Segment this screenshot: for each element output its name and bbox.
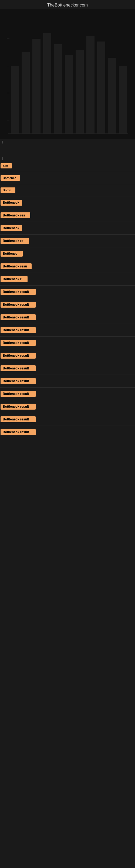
- bottleneck-label-16: Bottleneck result: [1, 352, 36, 359]
- svg-rect-13: [119, 66, 127, 134]
- bottleneck-label-20: Bottleneck result: [1, 404, 36, 410]
- bottleneck-item-11: Bottleneck result: [0, 287, 135, 297]
- bottleneck-item-19: Bottleneck result: [0, 389, 135, 399]
- bottleneck-label-5: Bottleneck res: [1, 212, 30, 218]
- bottleneck-item-10: Bottleneck r: [0, 274, 135, 284]
- bottleneck-label-15: Bottleneck result: [1, 340, 36, 346]
- bottleneck-item-18: Bottleneck result: [0, 376, 135, 386]
- svg-rect-12: [108, 58, 116, 134]
- svg-rect-10: [86, 36, 94, 134]
- bottleneck-label-6: Bottleneck: [1, 225, 22, 231]
- bottleneck-item-8: Bottlenec: [0, 248, 135, 259]
- bottleneck-item-15: Bottleneck result: [0, 338, 135, 348]
- bottleneck-label-13: Bottleneck result: [1, 314, 36, 320]
- bottleneck-item-12: Bottleneck result: [0, 300, 135, 310]
- bottleneck-label-22: Bottleneck result: [1, 429, 36, 435]
- bottleneck-item-22: Bottleneck result: [0, 427, 135, 437]
- bottleneck-label-7: Bottleneck re: [1, 238, 29, 244]
- bottleneck-label-17: Bottleneck result: [1, 365, 36, 371]
- bottleneck-item-4: Bottleneck: [0, 197, 135, 208]
- bottleneck-item-13: Bottleneck result: [0, 312, 135, 322]
- axis-indicator-bottom: |: [0, 155, 135, 161]
- bottleneck-list: Bott Bottlenec Bottle Bottleneck Bottlen…: [0, 161, 135, 437]
- axis-indicator-top: |: [0, 139, 135, 145]
- svg-rect-5: [32, 39, 41, 134]
- svg-rect-9: [76, 50, 84, 134]
- bottleneck-label-18: Bottleneck result: [1, 378, 36, 384]
- bottleneck-label-3: Bottle: [1, 187, 15, 193]
- svg-rect-7: [54, 44, 62, 134]
- bottleneck-label-11: Bottleneck result: [1, 289, 36, 295]
- svg-rect-3: [11, 66, 19, 134]
- bottleneck-item-17: Bottleneck result: [0, 363, 135, 373]
- site-title: TheBottlenecker.com: [0, 0, 135, 9]
- bottleneck-label-4: Bottleneck: [1, 199, 22, 206]
- bottleneck-item-9: Bottleneck resu: [0, 261, 135, 272]
- svg-rect-11: [97, 41, 105, 134]
- bottleneck-item-21: Bottleneck result: [0, 414, 135, 425]
- bottleneck-item-2: Bottlenec: [0, 173, 135, 183]
- svg-rect-8: [65, 55, 73, 134]
- bottleneck-item-6: Bottleneck: [0, 223, 135, 233]
- bottleneck-item-5: Bottleneck res: [0, 210, 135, 220]
- bottleneck-label-2: Bottlenec: [1, 175, 20, 181]
- bottleneck-label-10: Bottleneck r: [1, 276, 28, 282]
- chart-area: [0, 9, 135, 139]
- bottleneck-label-12: Bottleneck result: [1, 302, 36, 308]
- bottleneck-label-14: Bottleneck result: [1, 327, 36, 333]
- bottleneck-label-9: Bottleneck resu: [1, 264, 32, 269]
- svg-rect-6: [43, 33, 51, 134]
- bottleneck-label-8: Bottlenec: [1, 251, 23, 257]
- bottleneck-item-1: Bott: [0, 161, 135, 170]
- svg-rect-4: [21, 52, 30, 134]
- bottleneck-item-20: Bottleneck result: [0, 401, 135, 412]
- bottleneck-item-3: Bottle: [0, 185, 135, 195]
- bottleneck-label-1: Bott: [1, 163, 12, 168]
- bottleneck-label-21: Bottleneck result: [1, 416, 36, 422]
- bottleneck-label-19: Bottleneck result: [1, 391, 36, 397]
- bottleneck-item-14: Bottleneck result: [0, 325, 135, 335]
- bottleneck-item-7: Bottleneck re: [0, 236, 135, 246]
- bottleneck-item-16: Bottleneck result: [0, 350, 135, 361]
